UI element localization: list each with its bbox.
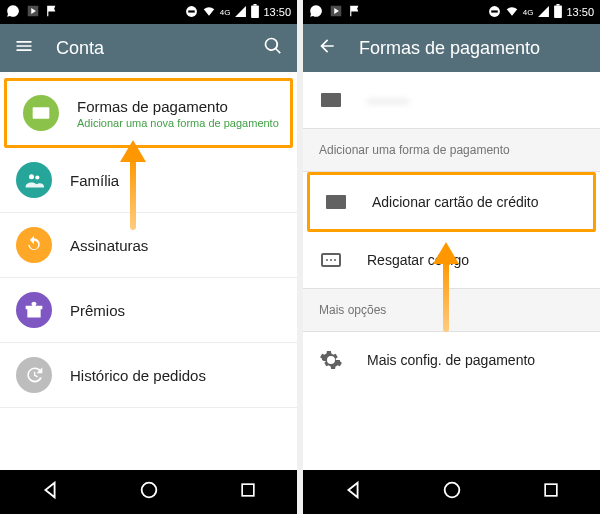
- page-title: Formas de pagamento: [359, 38, 586, 59]
- signal-icon: [234, 5, 247, 20]
- nav-recent[interactable]: [541, 480, 561, 504]
- nav-home[interactable]: [138, 479, 160, 505]
- svg-rect-3: [254, 4, 257, 6]
- content-pane: Formas de pagamento Adicionar uma nova f…: [0, 72, 297, 470]
- more-payment-settings-row[interactable]: Mais config. de pagamento: [303, 332, 600, 388]
- gear-icon: [319, 348, 343, 372]
- content-pane: ——— Adicionar uma forma de pagamento Adi…: [303, 72, 600, 470]
- svg-rect-10: [555, 6, 563, 18]
- play-icon: [26, 4, 40, 20]
- refresh-icon: [16, 227, 52, 263]
- svg-rect-2: [252, 6, 260, 18]
- card-icon: [319, 88, 343, 112]
- more-settings-label: Mais config. de pagamento: [367, 352, 535, 368]
- row-subtitle: Adicionar uma nova forma de pagamento: [77, 117, 274, 129]
- history-icon: [16, 357, 52, 393]
- row-title: Histórico de pedidos: [70, 367, 206, 384]
- svg-point-13: [326, 259, 328, 261]
- network-label: 4G: [523, 8, 534, 17]
- existing-card-label: ———: [367, 92, 409, 108]
- svg-rect-17: [545, 484, 557, 496]
- family-icon: [16, 162, 52, 198]
- nav-back[interactable]: [39, 479, 61, 505]
- svg-rect-1: [188, 10, 195, 12]
- nav-bar: [0, 470, 297, 514]
- menu-item-family[interactable]: Família: [0, 148, 297, 213]
- battery-icon: [554, 4, 562, 20]
- svg-rect-7: [242, 484, 254, 496]
- clock: 13:50: [263, 6, 291, 18]
- nav-bar: [303, 470, 600, 514]
- dnd-icon: [488, 5, 501, 20]
- svg-rect-11: [557, 4, 560, 6]
- code-icon: [319, 248, 343, 272]
- svg-point-4: [29, 174, 34, 179]
- wifi-icon: [202, 4, 216, 20]
- wifi-icon: [505, 4, 519, 20]
- svg-rect-9: [491, 10, 498, 12]
- row-title: Formas de pagamento: [77, 98, 274, 115]
- card-icon: [324, 190, 348, 214]
- menu-item-rewards[interactable]: Prêmios: [0, 278, 297, 343]
- row-title: Família: [70, 172, 119, 189]
- card-icon: [23, 95, 59, 131]
- flag-icon: [46, 4, 60, 20]
- gift-icon: [16, 292, 52, 328]
- whatsapp-icon: [6, 4, 20, 20]
- page-title: Conta: [56, 38, 241, 59]
- menu-item-subscriptions[interactable]: Assinaturas: [0, 213, 297, 278]
- svg-point-6: [142, 483, 157, 498]
- add-credit-card-row[interactable]: Adicionar cartão de crédito: [310, 175, 593, 229]
- whatsapp-icon: [309, 4, 323, 20]
- dnd-icon: [185, 5, 198, 20]
- redeem-label: Resgatar código: [367, 252, 469, 268]
- svg-point-15: [334, 259, 336, 261]
- svg-point-14: [330, 259, 332, 261]
- app-bar: Formas de pagamento: [303, 24, 600, 72]
- search-icon[interactable]: [263, 36, 283, 60]
- phone-right: 4G 13:50 Formas de pagamento ——— Adicion…: [303, 0, 600, 514]
- redeem-code-row[interactable]: Resgatar código: [303, 232, 600, 288]
- phone-left: 4G 13:50 Conta Formas de pagamento Adici…: [0, 0, 297, 514]
- existing-card-row[interactable]: ———: [303, 72, 600, 128]
- back-icon[interactable]: [317, 36, 337, 60]
- nav-back[interactable]: [342, 479, 364, 505]
- battery-icon: [251, 4, 259, 20]
- flag-icon: [349, 4, 363, 20]
- app-bar: Conta: [0, 24, 297, 72]
- menu-item-order-history[interactable]: Histórico de pedidos: [0, 343, 297, 408]
- row-title: Prêmios: [70, 302, 125, 319]
- status-bar: 4G 13:50: [0, 0, 297, 24]
- nav-recent[interactable]: [238, 480, 258, 504]
- clock: 13:50: [566, 6, 594, 18]
- play-icon: [329, 4, 343, 20]
- svg-point-5: [35, 175, 39, 179]
- highlight-box: Adicionar cartão de crédito: [307, 172, 596, 232]
- menu-item-payment-methods[interactable]: Formas de pagamento Adicionar uma nova f…: [7, 81, 290, 145]
- svg-point-16: [445, 483, 460, 498]
- section-add-payment: Adicionar uma forma de pagamento: [303, 128, 600, 172]
- highlight-box: Formas de pagamento Adicionar uma nova f…: [4, 78, 293, 148]
- status-bar: 4G 13:50: [303, 0, 600, 24]
- row-title: Assinaturas: [70, 237, 148, 254]
- section-more-options: Mais opções: [303, 288, 600, 332]
- menu-icon[interactable]: [14, 36, 34, 60]
- nav-home[interactable]: [441, 479, 463, 505]
- network-label: 4G: [220, 8, 231, 17]
- add-card-label: Adicionar cartão de crédito: [372, 194, 539, 210]
- signal-icon: [537, 5, 550, 20]
